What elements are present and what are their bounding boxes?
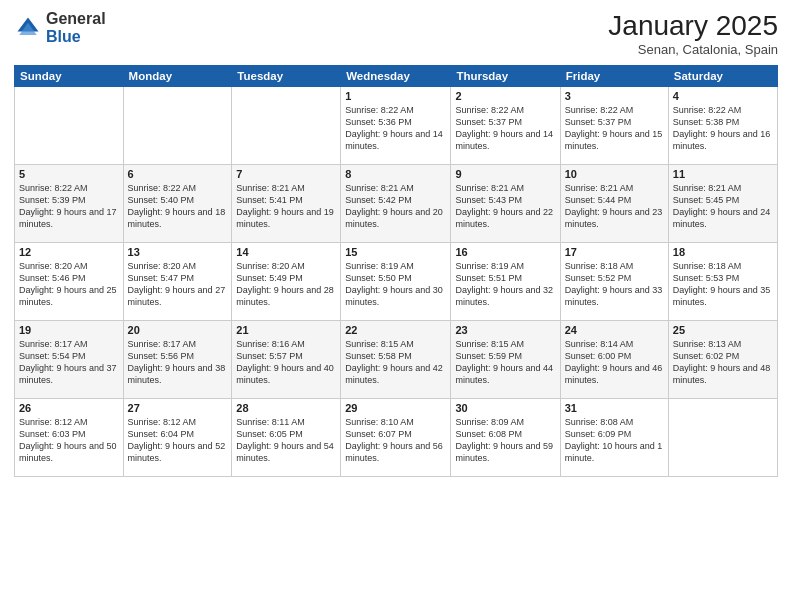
day-cell: 2Sunrise: 8:22 AMSunset: 5:37 PMDaylight… [451,87,560,165]
day-number: 24 [565,324,664,336]
day-number: 23 [455,324,555,336]
day-number: 4 [673,90,773,102]
calendar-page: General Blue January 2025 Senan, Catalon… [0,0,792,612]
weekday-header-friday: Friday [560,66,668,87]
day-cell: 9Sunrise: 8:21 AMSunset: 5:43 PMDaylight… [451,165,560,243]
logo-text: General Blue [46,10,106,45]
day-info: Sunrise: 8:09 AMSunset: 6:08 PMDaylight:… [455,416,555,465]
day-number: 12 [19,246,119,258]
day-info: Sunrise: 8:12 AMSunset: 6:03 PMDaylight:… [19,416,119,465]
day-info: Sunrise: 8:20 AMSunset: 5:46 PMDaylight:… [19,260,119,309]
day-number: 9 [455,168,555,180]
day-cell: 23Sunrise: 8:15 AMSunset: 5:59 PMDayligh… [451,321,560,399]
day-info: Sunrise: 8:19 AMSunset: 5:51 PMDaylight:… [455,260,555,309]
day-number: 14 [236,246,336,258]
day-cell: 17Sunrise: 8:18 AMSunset: 5:52 PMDayligh… [560,243,668,321]
day-cell: 11Sunrise: 8:21 AMSunset: 5:45 PMDayligh… [668,165,777,243]
week-row-2: 5Sunrise: 8:22 AMSunset: 5:39 PMDaylight… [15,165,778,243]
day-cell: 1Sunrise: 8:22 AMSunset: 5:36 PMDaylight… [341,87,451,165]
weekday-header-thursday: Thursday [451,66,560,87]
day-cell [232,87,341,165]
day-number: 5 [19,168,119,180]
header: General Blue January 2025 Senan, Catalon… [14,10,778,57]
day-info: Sunrise: 8:19 AMSunset: 5:50 PMDaylight:… [345,260,446,309]
day-number: 30 [455,402,555,414]
day-cell: 14Sunrise: 8:20 AMSunset: 5:49 PMDayligh… [232,243,341,321]
day-cell: 3Sunrise: 8:22 AMSunset: 5:37 PMDaylight… [560,87,668,165]
day-info: Sunrise: 8:22 AMSunset: 5:40 PMDaylight:… [128,182,228,231]
day-info: Sunrise: 8:13 AMSunset: 6:02 PMDaylight:… [673,338,773,387]
day-cell: 12Sunrise: 8:20 AMSunset: 5:46 PMDayligh… [15,243,124,321]
day-number: 25 [673,324,773,336]
day-info: Sunrise: 8:14 AMSunset: 6:00 PMDaylight:… [565,338,664,387]
day-number: 10 [565,168,664,180]
day-cell: 18Sunrise: 8:18 AMSunset: 5:53 PMDayligh… [668,243,777,321]
day-cell: 31Sunrise: 8:08 AMSunset: 6:09 PMDayligh… [560,399,668,477]
day-cell: 24Sunrise: 8:14 AMSunset: 6:00 PMDayligh… [560,321,668,399]
day-cell: 30Sunrise: 8:09 AMSunset: 6:08 PMDayligh… [451,399,560,477]
day-info: Sunrise: 8:10 AMSunset: 6:07 PMDaylight:… [345,416,446,465]
day-cell: 5Sunrise: 8:22 AMSunset: 5:39 PMDaylight… [15,165,124,243]
day-number: 3 [565,90,664,102]
weekday-header-sunday: Sunday [15,66,124,87]
week-row-3: 12Sunrise: 8:20 AMSunset: 5:46 PMDayligh… [15,243,778,321]
day-cell: 21Sunrise: 8:16 AMSunset: 5:57 PMDayligh… [232,321,341,399]
day-number: 18 [673,246,773,258]
day-info: Sunrise: 8:21 AMSunset: 5:42 PMDaylight:… [345,182,446,231]
day-info: Sunrise: 8:08 AMSunset: 6:09 PMDaylight:… [565,416,664,465]
day-info: Sunrise: 8:17 AMSunset: 5:56 PMDaylight:… [128,338,228,387]
day-number: 19 [19,324,119,336]
weekday-header-tuesday: Tuesday [232,66,341,87]
day-cell: 29Sunrise: 8:10 AMSunset: 6:07 PMDayligh… [341,399,451,477]
day-cell: 16Sunrise: 8:19 AMSunset: 5:51 PMDayligh… [451,243,560,321]
logo-general: General [46,10,106,28]
day-info: Sunrise: 8:22 AMSunset: 5:39 PMDaylight:… [19,182,119,231]
weekday-header-saturday: Saturday [668,66,777,87]
location-subtitle: Senan, Catalonia, Spain [608,42,778,57]
day-cell: 10Sunrise: 8:21 AMSunset: 5:44 PMDayligh… [560,165,668,243]
day-info: Sunrise: 8:20 AMSunset: 5:47 PMDaylight:… [128,260,228,309]
logo-blue: Blue [46,28,106,46]
day-number: 2 [455,90,555,102]
day-cell: 7Sunrise: 8:21 AMSunset: 5:41 PMDaylight… [232,165,341,243]
day-cell: 19Sunrise: 8:17 AMSunset: 5:54 PMDayligh… [15,321,124,399]
day-number: 6 [128,168,228,180]
day-cell: 27Sunrise: 8:12 AMSunset: 6:04 PMDayligh… [123,399,232,477]
week-row-1: 1Sunrise: 8:22 AMSunset: 5:36 PMDaylight… [15,87,778,165]
day-number: 15 [345,246,446,258]
day-number: 1 [345,90,446,102]
day-info: Sunrise: 8:21 AMSunset: 5:41 PMDaylight:… [236,182,336,231]
day-info: Sunrise: 8:22 AMSunset: 5:38 PMDaylight:… [673,104,773,153]
logo-icon [14,14,42,42]
day-cell: 26Sunrise: 8:12 AMSunset: 6:03 PMDayligh… [15,399,124,477]
day-info: Sunrise: 8:16 AMSunset: 5:57 PMDaylight:… [236,338,336,387]
day-number: 27 [128,402,228,414]
day-number: 22 [345,324,446,336]
day-cell: 25Sunrise: 8:13 AMSunset: 6:02 PMDayligh… [668,321,777,399]
day-info: Sunrise: 8:22 AMSunset: 5:37 PMDaylight:… [565,104,664,153]
day-number: 28 [236,402,336,414]
day-number: 17 [565,246,664,258]
day-info: Sunrise: 8:12 AMSunset: 6:04 PMDaylight:… [128,416,228,465]
day-info: Sunrise: 8:15 AMSunset: 5:59 PMDaylight:… [455,338,555,387]
day-cell [668,399,777,477]
week-row-5: 26Sunrise: 8:12 AMSunset: 6:03 PMDayligh… [15,399,778,477]
weekday-header-row: SundayMondayTuesdayWednesdayThursdayFrid… [15,66,778,87]
day-info: Sunrise: 8:15 AMSunset: 5:58 PMDaylight:… [345,338,446,387]
day-number: 31 [565,402,664,414]
day-number: 11 [673,168,773,180]
weekday-header-wednesday: Wednesday [341,66,451,87]
day-info: Sunrise: 8:22 AMSunset: 5:37 PMDaylight:… [455,104,555,153]
day-number: 20 [128,324,228,336]
logo: General Blue [14,10,106,45]
week-row-4: 19Sunrise: 8:17 AMSunset: 5:54 PMDayligh… [15,321,778,399]
day-info: Sunrise: 8:21 AMSunset: 5:44 PMDaylight:… [565,182,664,231]
day-info: Sunrise: 8:11 AMSunset: 6:05 PMDaylight:… [236,416,336,465]
day-info: Sunrise: 8:21 AMSunset: 5:43 PMDaylight:… [455,182,555,231]
day-info: Sunrise: 8:18 AMSunset: 5:52 PMDaylight:… [565,260,664,309]
day-info: Sunrise: 8:18 AMSunset: 5:53 PMDaylight:… [673,260,773,309]
day-cell: 4Sunrise: 8:22 AMSunset: 5:38 PMDaylight… [668,87,777,165]
day-number: 29 [345,402,446,414]
day-info: Sunrise: 8:21 AMSunset: 5:45 PMDaylight:… [673,182,773,231]
day-number: 26 [19,402,119,414]
